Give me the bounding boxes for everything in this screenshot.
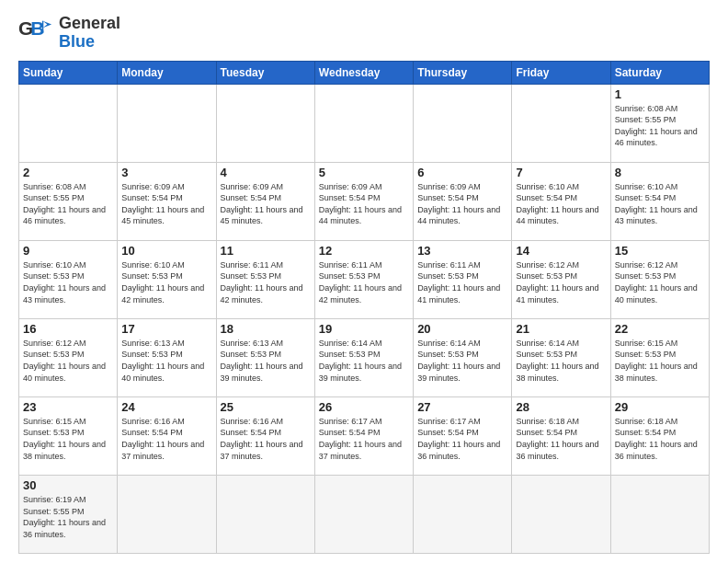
calendar-cell [118,84,216,162]
calendar-cell: 8Sunrise: 6:10 AM Sunset: 5:54 PM Daylig… [610,162,709,240]
calendar-cell: 28Sunrise: 6:18 AM Sunset: 5:54 PM Dayli… [512,396,610,475]
calendar-week-row: 1Sunrise: 6:08 AM Sunset: 5:55 PM Daylig… [19,84,710,162]
cell-info: Sunrise: 6:12 AM Sunset: 5:53 PM Dayligh… [615,259,705,305]
cell-info: Sunrise: 6:10 AM Sunset: 5:54 PM Dayligh… [615,181,705,227]
cell-info: Sunrise: 6:17 AM Sunset: 5:54 PM Dayligh… [417,416,507,462]
day-number: 30 [23,478,113,492]
calendar-cell [610,475,709,553]
cell-info: Sunrise: 6:08 AM Sunset: 5:55 PM Dayligh… [23,181,113,227]
calendar-week-row: 16Sunrise: 6:12 AM Sunset: 5:53 PM Dayli… [19,318,710,396]
day-number: 25 [221,400,311,414]
calendar-cell: 13Sunrise: 6:11 AM Sunset: 5:53 PM Dayli… [414,240,512,318]
cell-info: Sunrise: 6:12 AM Sunset: 5:53 PM Dayligh… [516,259,606,305]
calendar-cell [512,84,610,162]
calendar-week-row: 30Sunrise: 6:19 AM Sunset: 5:55 PM Dayli… [19,475,710,553]
day-number: 28 [516,400,606,414]
weekday-header-sunday: Sunday [19,61,118,84]
page: G B GeneralBlue SundayMondayTuesdayWedne… [0,0,728,563]
day-number: 23 [23,400,113,414]
day-number: 10 [121,244,211,258]
day-number: 21 [516,322,606,336]
calendar-cell [512,475,610,553]
calendar-cell: 2Sunrise: 6:08 AM Sunset: 5:55 PM Daylig… [19,162,118,240]
calendar-cell: 3Sunrise: 6:09 AM Sunset: 5:54 PM Daylig… [118,162,216,240]
calendar-cell [314,475,413,553]
calendar-table: SundayMondayTuesdayWednesdayThursdayFrid… [18,61,710,554]
calendar-cell: 11Sunrise: 6:11 AM Sunset: 5:53 PM Dayli… [216,240,314,318]
day-number: 12 [319,244,409,258]
calendar-cell: 16Sunrise: 6:12 AM Sunset: 5:53 PM Dayli… [19,318,118,396]
cell-info: Sunrise: 6:09 AM Sunset: 5:54 PM Dayligh… [417,181,507,227]
day-number: 6 [417,166,507,179]
day-number: 13 [417,244,507,258]
calendar-cell: 20Sunrise: 6:14 AM Sunset: 5:53 PM Dayli… [414,318,512,396]
calendar-cell: 23Sunrise: 6:15 AM Sunset: 5:53 PM Dayli… [19,396,118,475]
cell-info: Sunrise: 6:17 AM Sunset: 5:54 PM Dayligh… [319,416,409,462]
cell-info: Sunrise: 6:14 AM Sunset: 5:53 PM Dayligh… [319,338,409,384]
cell-info: Sunrise: 6:18 AM Sunset: 5:54 PM Dayligh… [615,416,705,462]
calendar-cell: 1Sunrise: 6:08 AM Sunset: 5:55 PM Daylig… [610,84,709,162]
logo: G B GeneralBlue [18,15,120,52]
calendar-cell: 19Sunrise: 6:14 AM Sunset: 5:53 PM Dayli… [314,318,413,396]
calendar-cell: 6Sunrise: 6:09 AM Sunset: 5:54 PM Daylig… [414,162,512,240]
cell-info: Sunrise: 6:11 AM Sunset: 5:53 PM Dayligh… [221,259,311,305]
day-number: 29 [615,400,705,414]
calendar-cell: 12Sunrise: 6:11 AM Sunset: 5:53 PM Dayli… [314,240,413,318]
cell-info: Sunrise: 6:13 AM Sunset: 5:53 PM Dayligh… [121,338,211,384]
calendar-cell: 29Sunrise: 6:18 AM Sunset: 5:54 PM Dayli… [610,396,709,475]
calendar-cell: 21Sunrise: 6:14 AM Sunset: 5:53 PM Dayli… [512,318,610,396]
cell-info: Sunrise: 6:18 AM Sunset: 5:54 PM Dayligh… [516,416,606,462]
day-number: 3 [121,166,211,179]
cell-info: Sunrise: 6:11 AM Sunset: 5:53 PM Dayligh… [319,259,409,305]
calendar-week-row: 23Sunrise: 6:15 AM Sunset: 5:53 PM Dayli… [19,396,710,475]
cell-info: Sunrise: 6:10 AM Sunset: 5:53 PM Dayligh… [121,259,211,305]
calendar-cell: 18Sunrise: 6:13 AM Sunset: 5:53 PM Dayli… [216,318,314,396]
calendar-cell: 26Sunrise: 6:17 AM Sunset: 5:54 PM Dayli… [314,396,413,475]
cell-info: Sunrise: 6:16 AM Sunset: 5:54 PM Dayligh… [221,416,311,462]
day-number: 17 [121,322,211,336]
header: G B GeneralBlue [18,15,710,52]
calendar-cell [216,475,314,553]
day-number: 18 [221,322,311,336]
day-number: 1 [615,87,705,101]
calendar-cell: 7Sunrise: 6:10 AM Sunset: 5:54 PM Daylig… [512,162,610,240]
calendar-cell: 4Sunrise: 6:09 AM Sunset: 5:54 PM Daylig… [216,162,314,240]
day-number: 27 [417,400,507,414]
cell-info: Sunrise: 6:08 AM Sunset: 5:55 PM Dayligh… [615,103,705,149]
cell-info: Sunrise: 6:13 AM Sunset: 5:53 PM Dayligh… [221,338,311,384]
day-number: 19 [319,322,409,336]
day-number: 20 [417,322,507,336]
logo-text: GeneralBlue [59,15,120,52]
weekday-header-tuesday: Tuesday [216,61,314,84]
weekday-header-monday: Monday [118,61,216,84]
day-number: 2 [23,166,113,179]
calendar-cell [414,84,512,162]
calendar-cell: 5Sunrise: 6:09 AM Sunset: 5:54 PM Daylig… [314,162,413,240]
day-number: 15 [615,244,705,258]
cell-info: Sunrise: 6:09 AM Sunset: 5:54 PM Dayligh… [319,181,409,227]
weekday-header-friday: Friday [512,61,610,84]
day-number: 7 [516,166,606,179]
day-number: 11 [221,244,311,258]
cell-info: Sunrise: 6:15 AM Sunset: 5:53 PM Dayligh… [23,416,113,462]
weekday-header-saturday: Saturday [610,61,709,84]
day-number: 9 [23,244,113,258]
calendar-cell: 17Sunrise: 6:13 AM Sunset: 5:53 PM Dayli… [118,318,216,396]
calendar-cell: 22Sunrise: 6:15 AM Sunset: 5:53 PM Dayli… [610,318,709,396]
cell-info: Sunrise: 6:10 AM Sunset: 5:54 PM Dayligh… [516,181,606,227]
calendar-cell [118,475,216,553]
calendar-cell [216,84,314,162]
cell-info: Sunrise: 6:11 AM Sunset: 5:53 PM Dayligh… [417,259,507,305]
day-number: 26 [319,400,409,414]
weekday-header-row: SundayMondayTuesdayWednesdayThursdayFrid… [19,61,710,84]
weekday-header-wednesday: Wednesday [314,61,413,84]
cell-info: Sunrise: 6:09 AM Sunset: 5:54 PM Dayligh… [221,181,311,227]
day-number: 22 [615,322,705,336]
cell-info: Sunrise: 6:15 AM Sunset: 5:53 PM Dayligh… [615,338,705,384]
calendar-cell: 9Sunrise: 6:10 AM Sunset: 5:53 PM Daylig… [19,240,118,318]
calendar-cell [314,84,413,162]
day-number: 5 [319,166,409,179]
weekday-header-thursday: Thursday [414,61,512,84]
calendar-cell: 25Sunrise: 6:16 AM Sunset: 5:54 PM Dayli… [216,396,314,475]
cell-info: Sunrise: 6:19 AM Sunset: 5:55 PM Dayligh… [23,494,113,540]
